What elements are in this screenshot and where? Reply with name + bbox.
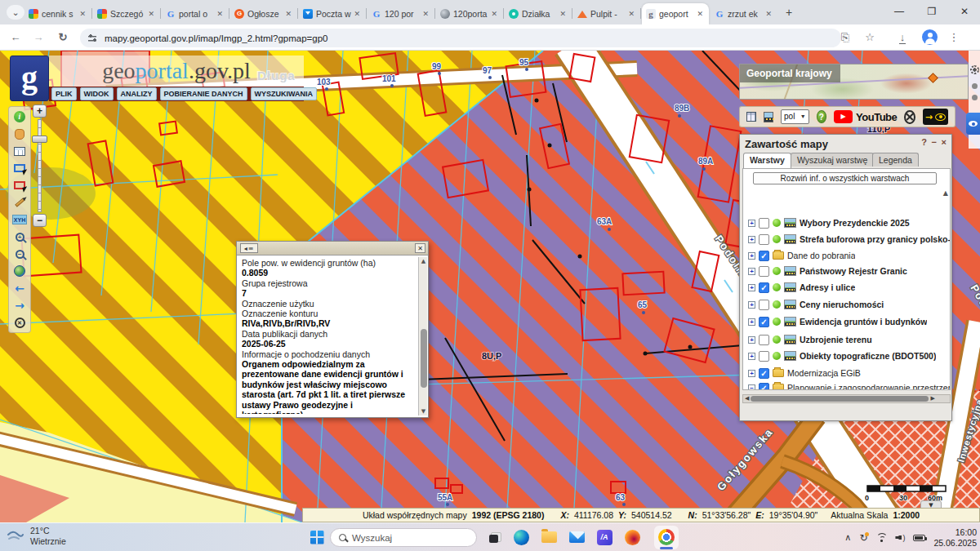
edge-button[interactable] [511, 527, 531, 547]
layer-row[interactable]: Państwowy Rejestr Granic [748, 264, 907, 278]
tab-close-icon[interactable]: ✕ [558, 10, 568, 18]
tab-close-icon[interactable]: ✕ [146, 10, 156, 18]
address-bar[interactable]: mapy.geoportal.gov.pl/imap/Imgp_2.html?g… [80, 29, 841, 47]
browser-tab[interactable]: Szczegó✕ [93, 3, 160, 24]
coordinates-button[interactable]: XYH [12, 213, 27, 226]
slider-track[interactable] [38, 119, 42, 212]
slider-handle[interactable] [32, 136, 47, 143]
bookmark-star-icon[interactable]: ☆ [862, 29, 878, 46]
layer-checkbox[interactable] [759, 335, 769, 345]
layer-checkbox[interactable] [759, 251, 769, 261]
battery-icon[interactable] [913, 535, 925, 541]
previous-view-button[interactable]: ← [12, 282, 27, 295]
scroll-left-icon[interactable]: ◀ [743, 395, 751, 402]
taskbar-clock[interactable]: 16:00 25.06.2025 [933, 527, 977, 549]
draw-measure-button[interactable] [12, 196, 27, 209]
browser-tab[interactable]: G120 por✕ [368, 3, 434, 24]
speaker-icon[interactable] [895, 534, 905, 542]
layer-label[interactable]: Państwowy Rejestr Granic [800, 266, 907, 276]
attribute-table-button[interactable] [12, 144, 27, 158]
tab-close-icon[interactable]: ✕ [78, 10, 87, 18]
zoom-slider[interactable]: + − [32, 104, 48, 227]
browser-tab-active[interactable]: ggeoport✕ [642, 3, 709, 24]
popup-scrollbar[interactable]: ▲ ▼ [418, 257, 427, 415]
layer-expander[interactable] [748, 252, 755, 260]
menu-widok[interactable]: WIDOK [80, 87, 114, 100]
layer-checkbox[interactable] [759, 368, 769, 379]
identify-button[interactable]: i [12, 110, 27, 123]
weather-widget[interactable]: 21°CWietrznie [7, 526, 66, 547]
layer-expander[interactable] [748, 284, 755, 291]
layer-row[interactable]: Wybory Prezydenckie 2025 [748, 216, 910, 229]
profile-avatar[interactable] [922, 29, 938, 45]
tab-close-icon[interactable]: ✕ [626, 10, 636, 18]
taskbar-search[interactable]: Wyszukaj [330, 528, 477, 547]
layer-row[interactable]: Adresy i ulice [748, 281, 855, 294]
layer-label[interactable]: Modernizacja EGiB [787, 368, 861, 378]
youtube-link[interactable]: ▶ YouTube [834, 110, 897, 123]
menu-plik[interactable]: PLIK [51, 87, 77, 100]
browser-tab[interactable]: GOgłosze✕ [230, 3, 297, 24]
movavi-button[interactable]: /A [595, 527, 614, 547]
layer-checkbox[interactable] [759, 282, 769, 293]
tab-close-icon[interactable]: ✕ [695, 10, 705, 18]
edge-tool-icon[interactable] [972, 95, 978, 100]
install-app-icon[interactable]: ⎘ [837, 29, 853, 46]
accessibility-wheel-icon[interactable] [904, 110, 915, 124]
layer-row[interactable]: Planowanie i zagospodarowanie przestrzen… [748, 381, 951, 390]
tab-wyszukaj-warstwe[interactable]: Wyszukaj warstwę [791, 153, 874, 167]
layer-checkbox[interactable] [759, 351, 769, 362]
layer-row[interactable]: Dane do pobrania [748, 249, 855, 262]
browser-tab[interactable]: cennik s✕ [24, 3, 91, 24]
tray-expand-icon[interactable]: ∧ [844, 532, 851, 543]
window-close-button[interactable]: ✕ [949, 0, 980, 24]
layer-row[interactable]: Obiekty topograficzne (BDOT500) [748, 349, 936, 362]
layer-row[interactable]: Uzbrojenie terenu [748, 333, 872, 346]
map-services-icon[interactable] [764, 112, 773, 122]
layer-checkbox[interactable] [759, 317, 769, 327]
scrollbar-thumb[interactable] [421, 329, 427, 388]
legend-table-icon[interactable] [746, 112, 756, 122]
edge-tool-icon[interactable] [972, 83, 978, 89]
download-icon[interactable]: ↓ [894, 29, 911, 46]
layer-checkbox[interactable] [759, 234, 769, 245]
browser-tab[interactable]: Gzrzut ek✕ [710, 3, 777, 24]
select-rect-button[interactable] [12, 162, 27, 175]
select-red-rect-button[interactable] [12, 179, 27, 192]
browser-tab[interactable]: Poczta w✕ [299, 3, 366, 24]
window-minimize-button[interactable]: — [884, 0, 915, 24]
expand-all-button[interactable]: Rozwiń inf. o wszystkich warstwach [753, 172, 937, 184]
scroll-down-icon[interactable]: ▼ [419, 407, 428, 415]
layer-label[interactable]: Ceny nieruchomości [800, 300, 884, 309]
browser-tab[interactable]: Gportal o✕ [162, 3, 229, 24]
zoom-out-button[interactable]: − [12, 247, 27, 260]
tab-close-icon[interactable]: ✕ [489, 10, 499, 18]
tab-close-icon[interactable]: ✕ [764, 10, 773, 18]
overview-map[interactable]: Geoportal krajowy [739, 64, 969, 100]
gear-icon[interactable] [970, 65, 979, 74]
layer-label[interactable]: Strefa buforowa przy granicy polsko-biał… [800, 234, 951, 244]
layer-checkbox[interactable] [759, 218, 769, 229]
scroll-up-icon[interactable]: ▲ [419, 257, 428, 265]
panel-minimize-button[interactable]: − [932, 138, 937, 147]
layer-expander[interactable] [748, 236, 755, 243]
geoportal-logo[interactable]: g [10, 56, 49, 101]
firefox-button[interactable] [622, 527, 642, 547]
layer-expander[interactable] [748, 336, 755, 344]
slider-zoom-in-button[interactable]: + [33, 104, 47, 118]
tab-close-icon[interactable]: ✕ [283, 10, 293, 18]
back-button[interactable]: ← [7, 29, 24, 47]
menu-pobieranie-danych[interactable]: POBIERANIE DANYCH [160, 87, 247, 100]
window-maximize-button[interactable]: ❐ [916, 0, 947, 24]
mail-button[interactable] [567, 527, 586, 547]
language-select[interactable]: pol▼ [781, 109, 809, 124]
layer-label[interactable]: Obiekty topograficzne (BDOT500) [800, 351, 936, 361]
tab-legenda[interactable]: Legenda [872, 153, 919, 167]
file-explorer-button[interactable] [539, 527, 559, 547]
layer-row[interactable]: Strefa buforowa przy granicy polsko-biał… [748, 233, 951, 246]
visibility-tab[interactable] [966, 113, 980, 135]
tab-close-icon[interactable]: ✕ [421, 10, 430, 18]
layer-label[interactable]: Dane do pobrania [787, 251, 855, 260]
horizontal-scrollbar[interactable]: ◀ ▶ [742, 394, 951, 403]
browser-tab[interactable]: Pulpit -✕ [573, 3, 640, 24]
